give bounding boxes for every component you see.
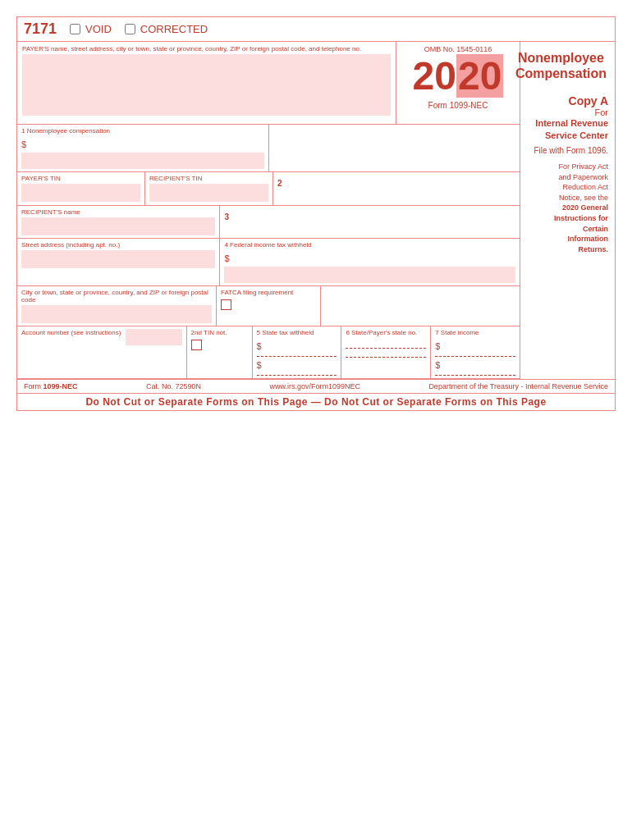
fatca-right-empty <box>321 286 520 326</box>
privacy-notice: For Privacy Act and Paperwork Reduction … <box>527 162 608 254</box>
cat-no: Cat. No. 72590N <box>146 382 201 390</box>
recipient-name-label: RECIPIENT'S name <box>21 208 215 216</box>
fatca-label: FATCA filing requirement <box>221 289 316 296</box>
street-label: Street address (including apt. no.) <box>21 241 215 249</box>
form-left: PAYER'S name, street address, city or to… <box>17 42 520 379</box>
street-row: Street address (including apt. no.) 4 Fe… <box>17 239 520 286</box>
top-header: 7171 VOID CORRECTED <box>17 17 615 42</box>
recipient-tin-cell: RECIPIENT'S TIN <box>145 172 273 205</box>
street-cell: Street address (including apt. no.) <box>17 239 220 285</box>
tin-2nd-cell: 2nd TIN not. <box>187 326 253 378</box>
void-group[interactable]: VOID <box>70 23 112 35</box>
void-label: VOID <box>85 23 112 35</box>
title-line1: Nonemployee <box>515 50 607 66</box>
footer-department: Department of the Treasury - Internal Re… <box>428 382 608 390</box>
form-name-under: Form 1099-NEC <box>428 101 488 110</box>
corrected-group[interactable]: CORRECTED <box>125 23 208 35</box>
city-label: City or town, state or province, country… <box>21 289 212 304</box>
dollar4: $ <box>224 253 229 263</box>
recipient-tin-input[interactable] <box>149 184 268 202</box>
tin-2nd-checkbox[interactable] <box>191 340 202 350</box>
account-label: Account number (see instructions) <box>21 329 121 336</box>
title-block: Nonemployee Compensation <box>514 47 608 84</box>
form-number-display: 7171 <box>24 21 57 38</box>
dollar5b: $ <box>257 360 262 370</box>
recipient-row: RECIPIENT'S name 3 <box>17 206 520 239</box>
dollar7a: $ <box>435 341 440 351</box>
field1-label: 1 Nonemployee compensation <box>21 127 264 135</box>
dollar1: $ <box>21 139 26 149</box>
recipient-tin-label: RECIPIENT'S TIN <box>149 175 268 182</box>
field1-cell: 1 Nonemployee compensation $ <box>17 125 269 171</box>
recipient-name-input[interactable] <box>21 217 215 235</box>
omb-number: OMB No. 1545-0116 <box>424 45 492 53</box>
footer-website: www.irs.gov/Form1099NEC <box>269 382 360 390</box>
payer-row: PAYER'S name, street address, city or to… <box>17 42 520 125</box>
field2-cell: 2 <box>273 172 520 205</box>
form-footer: Form 1099-NEC Cat. No. 72590N www.irs.go… <box>17 379 615 393</box>
street-input[interactable] <box>21 250 215 268</box>
title-line2: Compensation <box>515 66 607 81</box>
field4-input[interactable] <box>224 267 515 283</box>
payer-tin-cell: PAYER'S TIN <box>17 172 145 205</box>
account-cell: Account number (see instructions) <box>17 326 187 378</box>
federal-cell: 4 Federal income tax withheld $ <box>220 239 520 285</box>
state-payer-cell: 6 State/Payer's state no. <box>341 326 431 378</box>
field1-input[interactable] <box>21 153 264 169</box>
year-display: 2020 <box>413 57 504 96</box>
copy-label: Copy A <box>527 94 608 107</box>
city-row: City or town, state or province, country… <box>17 286 520 326</box>
field5-label: 5 State tax withheld <box>257 329 337 336</box>
form-body: PAYER'S name, street address, city or to… <box>17 42 615 379</box>
dollar7b: $ <box>435 360 440 370</box>
corrected-checkbox[interactable] <box>125 24 135 34</box>
footer-form-name: Form 1099-NEC <box>24 382 78 390</box>
field1-right-empty <box>269 125 520 171</box>
nonemployee-row: 1 Nonemployee compensation $ <box>17 125 520 172</box>
city-input[interactable] <box>21 305 212 323</box>
account-row: Account number (see instructions) 2nd TI… <box>17 326 520 379</box>
corrected-label: CORRECTED <box>140 23 208 35</box>
state-tax-cell: 5 State tax withheld $ $ <box>253 326 342 378</box>
field6-label: 6 State/Payer's state no. <box>346 329 426 336</box>
void-checkbox[interactable] <box>70 24 80 34</box>
recipient-name-cell: RECIPIENT'S name <box>17 206 220 238</box>
tin-row: PAYER'S TIN RECIPIENT'S TIN 2 <box>17 172 520 206</box>
payer-label: PAYER'S name, street address, city or to… <box>22 45 391 52</box>
year-normal: 20 <box>413 54 456 98</box>
field3-cell: 3 <box>220 206 520 238</box>
for-label: For <box>527 107 608 117</box>
field3-label: 3 <box>224 212 229 221</box>
payer-tin-label: PAYER'S TIN <box>21 175 140 182</box>
state-income-cell: 7 State income $ $ <box>431 326 520 378</box>
omb-year-box: OMB No. 1545-0116 2020 Form 1099-NEC <box>396 42 520 124</box>
payer-tin-input[interactable] <box>21 184 140 202</box>
irs-label: Internal Revenue Service Center <box>527 117 608 141</box>
dollar5a: $ <box>257 341 262 351</box>
field2-label: 2 <box>277 179 282 188</box>
fatca-checkbox[interactable] <box>221 299 231 310</box>
file-form-label: File with Form 1096. <box>527 146 608 155</box>
city-cell: City or town, state or province, country… <box>17 286 217 326</box>
right-sidebar: Nonemployee Compensation Copy A For Inte… <box>520 42 615 379</box>
payer-input[interactable] <box>22 54 391 116</box>
tin-2nd-label: 2nd TIN not. <box>191 329 248 336</box>
year-highlight: 20 <box>456 54 503 98</box>
payer-box: PAYER'S name, street address, city or to… <box>17 42 396 124</box>
field4-label: 4 Federal income tax withheld <box>224 241 515 249</box>
do-not-cut: Do Not Cut or Separate Forms on This Pag… <box>17 393 615 410</box>
account-input[interactable] <box>126 329 181 345</box>
field7-label: 7 State income <box>435 329 515 336</box>
fatca-cell: FATCA filing requirement <box>217 286 321 326</box>
